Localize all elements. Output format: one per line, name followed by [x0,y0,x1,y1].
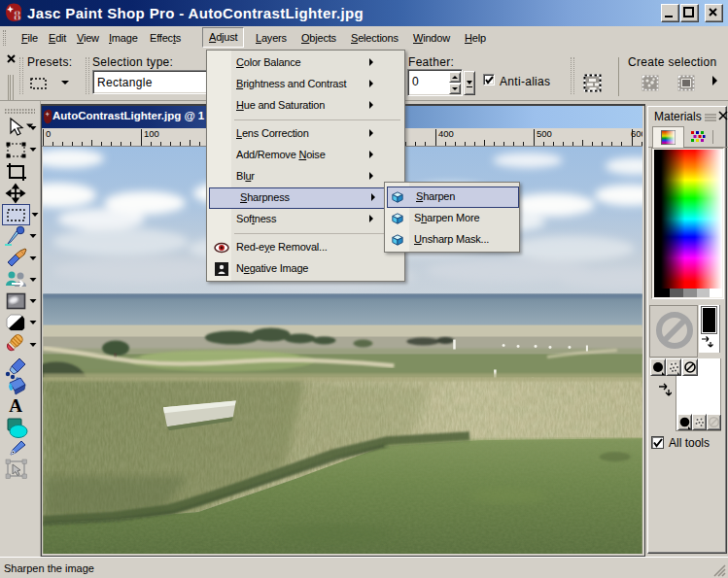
svg-text:100: 100 [144,128,159,139]
svg-text:400: 400 [438,128,454,139]
svg-text:500: 500 [537,128,552,139]
svg-text:0: 0 [46,128,51,139]
svg-text:600: 600 [631,128,642,139]
svg-text:8: 8 [14,8,21,23]
